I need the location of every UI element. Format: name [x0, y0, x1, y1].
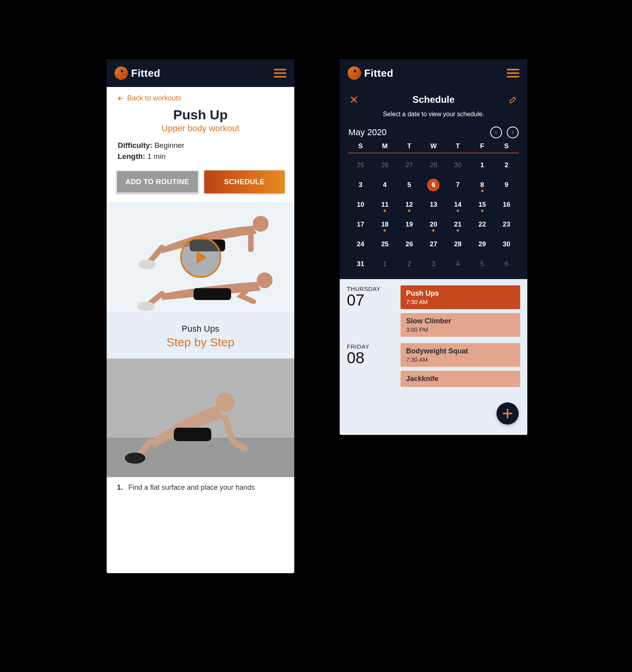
calendar-day[interactable]: 12 [397, 197, 421, 213]
calendar-day: 1 [373, 256, 397, 272]
brand-logo-icon [115, 66, 128, 80]
calendar-day[interactable]: 8 [470, 177, 495, 193]
back-link[interactable]: Back to workouts [107, 87, 294, 106]
svg-point-3 [257, 272, 273, 288]
agenda-day: THURSDAY07Push Ups7:30 AMSlow Climber3:0… [347, 285, 520, 337]
dow-cell: W [421, 142, 446, 150]
calendar-day[interactable]: 9 [494, 177, 519, 193]
calendar-day[interactable]: 1 [470, 157, 495, 173]
next-month-button[interactable] [507, 126, 519, 138]
calendar-day[interactable]: 14 [446, 197, 470, 213]
calendar-day[interactable]: 15 [470, 197, 495, 213]
brand-name: Fitted [364, 67, 393, 79]
menu-icon[interactable] [274, 69, 286, 77]
calendar-day: 5 [470, 256, 495, 272]
step-1-text: 1. Find a flat surface and place your ha… [107, 477, 294, 498]
svg-point-2 [138, 260, 156, 269]
calendar-day[interactable]: 13 [421, 197, 446, 213]
add-event-button[interactable] [497, 402, 519, 425]
back-label: Back to workouts [127, 94, 181, 102]
calendar-day[interactable]: 26 [397, 236, 421, 252]
calendar-day: 4 [446, 256, 470, 272]
exercise-subtitle: Upper body workout [107, 123, 294, 134]
calendar-day[interactable]: 20 [421, 217, 446, 232]
workout-detail-screen: Fitted Back to workouts Push Up Upper bo… [107, 59, 294, 573]
calendar-day[interactable]: 2 [494, 157, 519, 173]
calendar-day[interactable]: 4 [373, 177, 397, 193]
agenda-event[interactable]: Slow Climber3:00 PM [401, 313, 520, 337]
dow-cell: T [446, 142, 470, 150]
calendar-day[interactable]: 27 [421, 236, 446, 252]
calendar-day: 30 [446, 157, 470, 173]
agenda-event[interactable]: Jackknife [401, 371, 520, 387]
calendar-day: 3 [421, 256, 446, 272]
calendar-day[interactable]: 31 [348, 256, 373, 272]
calendar-day: 28 [421, 157, 446, 173]
calendar-day[interactable]: 5 [397, 177, 421, 193]
calendar-day-headers: SMTWTFS [348, 142, 519, 153]
dow-cell: M [373, 142, 397, 150]
close-icon[interactable] [348, 94, 359, 105]
agenda-day: FRIDAY08Bodyweight Squat7:30 AMJackknife [347, 343, 520, 387]
schedule-button[interactable]: SCHEDULE [204, 170, 285, 193]
brand[interactable]: Fitted [348, 66, 393, 80]
calendar-day[interactable]: 23 [494, 217, 519, 232]
svg-point-10 [125, 453, 145, 464]
calendar-day[interactable]: 7 [446, 177, 470, 193]
agenda-event[interactable]: Bodyweight Squat7:30 AM [401, 343, 520, 367]
calendar-month-label: May 2020 [348, 127, 387, 138]
calendar-day: 6 [494, 256, 519, 272]
agenda-list: THURSDAY07Push Ups7:30 AMSlow Climber3:0… [340, 279, 527, 433]
brand[interactable]: Fitted [115, 66, 160, 80]
dow-cell: S [494, 142, 519, 150]
calendar-day[interactable]: 16 [494, 197, 519, 213]
play-icon[interactable] [180, 237, 221, 278]
svg-rect-4 [194, 288, 231, 300]
exercise-meta: Difficulty: Beginner Length: 1 min [107, 134, 294, 162]
svg-point-5 [137, 302, 155, 311]
svg-rect-9 [174, 428, 211, 441]
chevron-left-icon [494, 130, 498, 135]
calendar-day[interactable]: 17 [348, 217, 373, 232]
calendar-day: 25 [348, 157, 373, 173]
calendar-day[interactable]: 6 [421, 177, 446, 193]
calendar-day[interactable]: 3 [348, 177, 373, 193]
agenda-day-number: 07 [347, 292, 393, 308]
edit-icon[interactable] [508, 94, 519, 105]
calendar-day[interactable]: 25 [373, 236, 397, 252]
calendar-day[interactable]: 18 [373, 217, 397, 232]
dow-cell: T [397, 142, 421, 150]
navbar: Fitted [340, 59, 527, 87]
calendar-day[interactable]: 22 [470, 217, 495, 232]
calendar-day[interactable]: 10 [348, 197, 373, 213]
brand-name: Fitted [131, 67, 160, 79]
exercise-video[interactable] [107, 202, 294, 313]
menu-icon[interactable] [507, 69, 519, 77]
schedule-screen: Fitted Schedule Select a date to view yo… [340, 59, 527, 435]
navbar: Fitted [107, 59, 294, 87]
calendar-day[interactable]: 28 [446, 236, 470, 252]
calendar-day: 27 [397, 157, 421, 173]
calendar-day[interactable]: 24 [348, 236, 373, 252]
agenda-day-number: 08 [347, 350, 393, 366]
schedule-subtitle: Select a date to view your schedule. [348, 109, 519, 125]
calendar-day: 2 [397, 256, 421, 272]
calendar-day: 26 [373, 157, 397, 173]
exercise-title: Push Up [107, 107, 294, 123]
step-by-step-header: Push Ups Step by Step [107, 313, 294, 359]
calendar-day[interactable]: 30 [494, 236, 519, 252]
dow-cell: F [470, 142, 495, 150]
prev-month-button[interactable] [490, 126, 502, 138]
calendar-day[interactable]: 11 [373, 197, 397, 213]
agenda-event[interactable]: Push Ups7:30 AM [401, 285, 520, 309]
arrow-left-icon [117, 95, 124, 102]
brand-logo-icon [348, 66, 361, 80]
calendar-grid: 2526272830123456789101112131415161718192… [348, 157, 519, 272]
calendar-day[interactable]: 21 [446, 217, 470, 232]
calendar-day[interactable]: 29 [470, 236, 495, 252]
svg-point-0 [253, 216, 269, 232]
calendar-day[interactable]: 19 [397, 217, 421, 232]
step-image [107, 359, 294, 477]
dow-cell: S [348, 142, 373, 150]
add-to-routine-button[interactable]: ADD TO ROUTINE [116, 170, 199, 193]
